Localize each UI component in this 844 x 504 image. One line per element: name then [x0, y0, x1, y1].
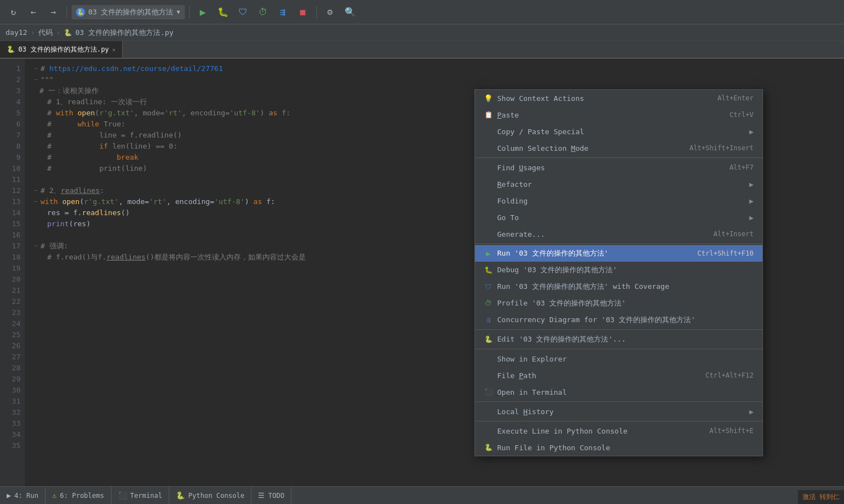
menu-item-column-selection[interactable]: Column Selection Mode Alt+Shift+Insert: [475, 140, 762, 156]
menu-item-local-history[interactable]: Local History ▶: [475, 403, 762, 420]
debug-icon: 🐛: [484, 266, 493, 274]
menu-item-show-explorer[interactable]: Show in Explorer: [475, 350, 762, 367]
menu-item-run-python-console[interactable]: 🐍 Run File in Python Console: [475, 439, 762, 456]
terminal-status-icon: ⬛: [118, 491, 127, 500]
breadcrumb-code[interactable]: 代码: [38, 28, 53, 38]
tab-main-file[interactable]: 🐍 03 文件的操作的其他方法.py ✕: [0, 41, 123, 58]
breadcrumb-day12[interactable]: day12: [6, 28, 27, 37]
code-comment-7: # line = f.readline(): [47, 130, 182, 141]
fold-12[interactable]: −: [32, 187, 39, 195]
ln-22: 22: [0, 296, 21, 307]
forward-button[interactable]: →: [44, 3, 62, 21]
problems-icon: ⚠: [52, 491, 57, 500]
menu-item-concurrency[interactable]: ⇶ Concurrency Diagram for '03 文件的操作的其他方法…: [475, 312, 762, 328]
fold-13[interactable]: −: [32, 198, 39, 206]
breadcrumb-sep-2: ›: [56, 28, 60, 37]
menu-label-run-python-console: Run File in Python Console: [497, 444, 754, 452]
menu-item-folding[interactable]: Folding ▶: [475, 192, 762, 209]
menu-label-file-path: File Path: [497, 371, 701, 380]
status-problems[interactable]: ⚠ 6: Problems: [46, 487, 111, 504]
menu-item-run[interactable]: ▶ Run '03 文件的操作的其他方法' Ctrl+Shift+F10: [475, 245, 762, 262]
fold-2[interactable]: −: [32, 76, 39, 84]
menu-item-file-path[interactable]: File Path Ctrl+Alt+F12: [475, 367, 762, 384]
run-button[interactable]: ▶: [194, 3, 212, 21]
ln-23: 23: [0, 307, 21, 318]
separator-5: [475, 401, 762, 402]
menu-item-run-coverage[interactable]: 🛡 Run '03 文件的操作的其他方法' with Coverage: [475, 278, 762, 295]
menu-label-show-explorer: Show in Explorer: [497, 355, 754, 363]
profile-button[interactable]: ⏱: [254, 3, 272, 21]
status-python-console[interactable]: 🐍 Python Console: [169, 487, 251, 504]
concurrency-button[interactable]: ⇶: [274, 3, 292, 21]
menu-item-copy-paste-special[interactable]: Copy / Paste Special ▶: [475, 123, 762, 140]
menu-shortcut-find-usages: Alt+F7: [730, 164, 754, 171]
status-run[interactable]: ▶ 4: Run: [0, 487, 46, 504]
breadcrumb-sep-1: ›: [31, 28, 35, 37]
code-comment-8: # if len(line) == 0:: [47, 141, 178, 152]
ln-7: 7: [0, 130, 21, 141]
menu-shortcut-generate: Alt+Insert: [714, 230, 754, 238]
goto-icon: [484, 213, 493, 222]
debug-button[interactable]: 🐛: [214, 3, 232, 21]
status-terminal[interactable]: ⬛ Terminal: [112, 487, 170, 504]
todo-icon: ☰: [258, 491, 265, 500]
toolbar: ↻ ← → 🐍 03 文件的操作的其他方法 ▼ ▶ 🐛 🛡 ⏱ ⇶ ■ ⚙ 🔍: [0, 0, 844, 24]
code-comment-5: # with open(r'g.txt', mode='rt', encodin…: [47, 108, 290, 119]
search-button[interactable]: 🔍: [341, 3, 359, 21]
menu-item-paste[interactable]: 📋 Paste Ctrl+V: [475, 106, 762, 123]
separator-2: [475, 243, 762, 244]
context-menu: 💡 Show Context Actions Alt+Enter 📋 Paste…: [474, 89, 763, 456]
menu-label-local-history: Local History: [497, 408, 745, 416]
refactor-icon: [484, 180, 493, 189]
menu-item-go-to[interactable]: Go To ▶: [475, 209, 762, 226]
menu-item-open-terminal[interactable]: ⬛ Open in Terminal: [475, 384, 762, 400]
menu-item-execute-line[interactable]: Execute Line in Python Console Alt+Shift…: [475, 422, 762, 439]
fold-17[interactable]: −: [32, 242, 39, 250]
menu-item-generate[interactable]: Generate... Alt+Insert: [475, 226, 762, 242]
lightbulb-icon: 💡: [484, 94, 493, 103]
status-todo[interactable]: ☰ TODO: [251, 487, 291, 504]
terminal-icon: ⬛: [484, 388, 493, 396]
status-problems-label: 6: Problems: [60, 492, 104, 500]
run-config-selector[interactable]: 🐍 03 文件的操作的其他方法 ▼: [72, 5, 185, 19]
code-line-1: − # https://edu.csdn.net/course/detail/2…: [32, 63, 844, 74]
tab-close-button[interactable]: ✕: [112, 47, 115, 53]
menu-item-refactor[interactable]: Refactor ▶: [475, 176, 762, 192]
ln-2: 2: [0, 74, 21, 85]
coverage-button[interactable]: 🛡: [234, 3, 252, 21]
ln-5: 5: [0, 108, 21, 119]
run-icon: ▶: [484, 249, 493, 258]
code-comment-10: # print(line): [47, 163, 147, 174]
generate-icon: [484, 230, 493, 238]
refresh-button[interactable]: ↻: [4, 3, 22, 21]
menu-item-profile[interactable]: ⏱ Profile '03 文件的操作的其他方法': [475, 295, 762, 312]
settings-button[interactable]: ⚙: [321, 3, 339, 21]
run-config-name: 03 文件的操作的其他方法: [88, 7, 173, 17]
menu-item-edit[interactable]: 🐍 Edit '03 文件的操作的其他方法'...: [475, 331, 762, 348]
separator-6: [475, 421, 762, 421]
tab-filename: 03 文件的操作的其他方法.py: [18, 45, 109, 54]
code-comment-17: # 强调:: [41, 241, 68, 252]
ln-30: 30: [0, 385, 21, 396]
code-comment-3: # 一：读相关操作: [39, 85, 99, 96]
menu-item-find-usages[interactable]: Find Usages Alt+F7: [475, 159, 762, 176]
code-line-2: − """: [32, 74, 844, 85]
menu-label-column-selection: Column Selection Mode: [497, 144, 685, 152]
fold-1[interactable]: −: [32, 65, 39, 73]
python-icon: 🐍: [76, 8, 85, 17]
concurrency-icon: ⇶: [484, 315, 493, 324]
code-comment-12: # 2、readlines:: [41, 185, 104, 196]
back-button[interactable]: ←: [24, 3, 42, 21]
menu-item-show-context-actions[interactable]: 💡 Show Context Actions Alt+Enter: [475, 90, 762, 106]
ln-13: 13: [0, 196, 21, 207]
stop-button[interactable]: ■: [294, 3, 312, 21]
arrow-icon-refactor: ▶: [749, 180, 754, 189]
menu-item-debug[interactable]: 🐛 Debug '03 文件的操作的其他方法': [475, 262, 762, 278]
filepath-icon: [484, 371, 493, 380]
menu-label-profile: Profile '03 文件的操作的其他方法': [497, 298, 754, 308]
breadcrumb-filename[interactable]: 03 文件的操作的其他方法.py: [75, 28, 174, 38]
code-comment-6: # while True:: [47, 119, 125, 130]
menu-label-execute-line: Execute Line in Python Console: [497, 427, 705, 435]
ln-18: 18: [0, 252, 21, 263]
status-terminal-label: Terminal: [130, 492, 163, 500]
